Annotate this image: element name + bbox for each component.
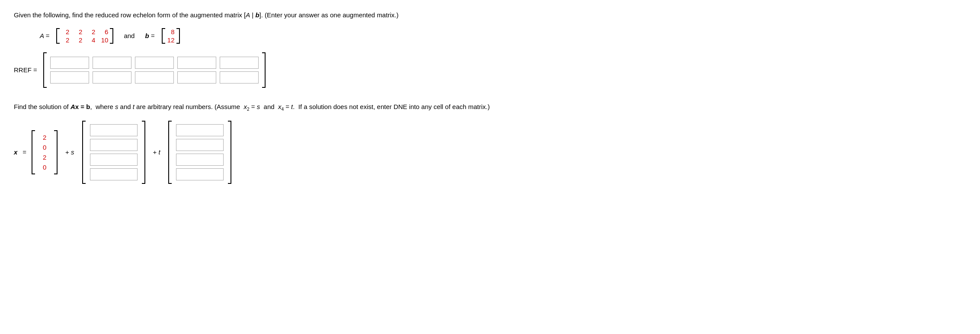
b-row-2: 12 [167, 36, 175, 44]
solution-instruction: Find the solution of Ax = b, where s and… [14, 102, 966, 113]
solution-section: Find the solution of Ax = b, where s and… [14, 102, 966, 184]
s-vector-content [86, 121, 142, 184]
plus-t-label: + t [153, 148, 160, 156]
s-vector-wrap [82, 121, 145, 184]
A-cell-12: 4 [87, 36, 95, 44]
t-right-bracket [228, 121, 231, 184]
A-cell-02: 2 [87, 28, 95, 35]
A-right-bracket [110, 28, 113, 44]
A-cell-11: 2 [74, 36, 82, 44]
rref-input-14[interactable] [220, 71, 259, 84]
b-matrix-display: 8 12 [162, 28, 180, 44]
b-symbol: b [255, 11, 259, 19]
constant-vector-wrap: 2 0 2 0 [32, 130, 58, 174]
x-equation: x = 2 0 2 0 + s + t [14, 121, 966, 184]
A-left-bracket [56, 28, 60, 44]
rref-input-10[interactable] [50, 71, 89, 84]
const-cell-3: 0 [39, 164, 50, 171]
b-row-1: 8 [167, 28, 175, 35]
b-right-bracket [176, 28, 180, 44]
rref-input-11[interactable] [93, 71, 131, 84]
rref-row-2 [50, 71, 259, 84]
const-cell-1: 0 [39, 144, 50, 151]
b-matrix-content: 8 12 [167, 28, 175, 44]
t-input-0[interactable] [176, 124, 224, 136]
t-input-2[interactable] [176, 154, 224, 166]
s-right-bracket [142, 121, 145, 184]
rref-right-bracket [262, 52, 266, 88]
b-cell-0: 8 [167, 28, 175, 35]
and-label: and [124, 32, 135, 39]
t-input-1[interactable] [176, 139, 224, 151]
s-input-0[interactable] [90, 124, 138, 136]
rref-input-00[interactable] [50, 57, 89, 69]
rref-input-13[interactable] [177, 71, 216, 84]
constant-vector-content: 2 0 2 0 [35, 130, 54, 174]
s-input-1[interactable] [90, 139, 138, 151]
rref-input-04[interactable] [220, 57, 259, 69]
rref-input-12[interactable] [135, 71, 174, 84]
rref-input-03[interactable] [177, 57, 216, 69]
s-input-3[interactable] [90, 168, 138, 180]
plus-s-label: + s [65, 148, 74, 156]
rref-section: RREF = [14, 52, 966, 88]
rref-label: RREF = [14, 66, 37, 74]
x-vector-label: x [14, 148, 17, 156]
equals-sign: = [22, 148, 26, 156]
rref-matrix-content [47, 52, 262, 88]
t-left-bracket [168, 121, 172, 184]
b-label: b = [145, 32, 154, 39]
const-left-bracket [32, 130, 35, 174]
s-input-2[interactable] [90, 154, 138, 166]
rref-left-bracket [43, 52, 47, 88]
A-matrix-display: 2 2 2 6 2 2 4 10 [56, 28, 113, 44]
A-row-1: 2 2 2 6 [61, 28, 108, 35]
A-cell-01: 2 [74, 28, 82, 35]
A-cell-00: 2 [61, 28, 69, 35]
A-label: A = [40, 32, 49, 39]
s-left-bracket [82, 121, 86, 184]
A-cell-13: 10 [100, 36, 108, 44]
const-cell-2: 2 [39, 154, 50, 161]
A-matrix-content: 2 2 2 6 2 2 4 10 [61, 28, 108, 44]
rref-input-02[interactable] [135, 57, 174, 69]
const-right-bracket [54, 130, 58, 174]
t-vector-content [172, 121, 228, 184]
A-cell-10: 2 [61, 36, 69, 44]
b-left-bracket [162, 28, 165, 44]
t-input-3[interactable] [176, 168, 224, 180]
A-row-2: 2 2 4 10 [61, 36, 108, 44]
given-matrices-area: A = 2 2 2 6 2 2 4 10 and b = 8 [40, 28, 966, 44]
rref-matrix-wrap [43, 52, 266, 88]
rref-input-01[interactable] [93, 57, 131, 69]
instruction-text: Given the following, find the reduced ro… [14, 10, 966, 20]
b-cell-1: 12 [167, 36, 175, 44]
rref-row-1 [50, 57, 259, 69]
A-cell-03: 6 [100, 28, 108, 35]
t-vector-wrap [168, 121, 231, 184]
A-symbol: A [246, 11, 250, 19]
const-cell-0: 2 [39, 134, 50, 141]
